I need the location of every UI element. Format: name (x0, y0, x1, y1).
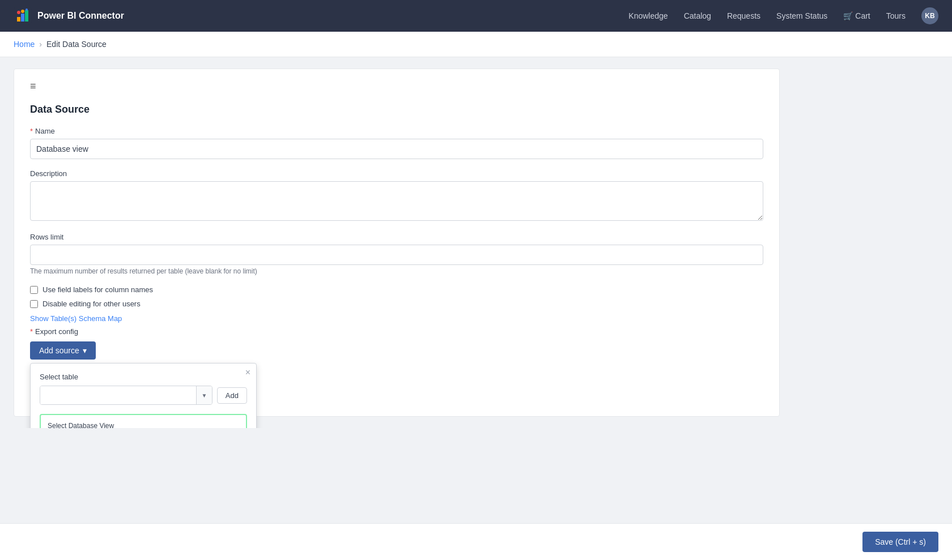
export-required-star: * (30, 327, 33, 336)
nav-item-cart[interactable]: 🛒 Cart (843, 11, 870, 20)
main-content: ≡ Data Source * Name Description Rows li… (0, 57, 793, 428)
rows-limit-label: Rows limit (30, 233, 763, 241)
popup-close-button[interactable]: × (245, 368, 250, 377)
description-input[interactable] (30, 181, 763, 221)
svg-rect-2 (21, 14, 24, 22)
description-group: Description (30, 169, 763, 223)
header-left: Power BI Connector (14, 7, 124, 25)
disable-editing-checkbox-group: Disable editing for other users (30, 300, 763, 308)
svg-point-4 (17, 11, 20, 14)
description-label: Description (30, 169, 763, 178)
app-title: Power BI Connector (37, 11, 124, 21)
field-labels-label[interactable]: Use field labels for column names (42, 285, 153, 294)
popup-select-table-arrow[interactable]: ▼ (196, 386, 212, 404)
name-group: * Name (30, 127, 763, 159)
disable-editing-checkbox[interactable] (30, 300, 38, 308)
popup-select-table-label: Select table (40, 373, 247, 381)
nav-item-catalog[interactable]: Catalog (684, 11, 711, 20)
svg-point-6 (26, 8, 28, 11)
nav-item-requests[interactable]: Requests (727, 11, 760, 20)
add-source-dropdown-arrow: ▾ (83, 346, 87, 355)
popup-db-view-label: Select Database View (48, 422, 239, 428)
nav-item-system-status[interactable]: System Status (776, 11, 827, 20)
name-required-star: * (30, 127, 33, 135)
add-source-wrapper: Add source ▾ × Select table ▼ Add Select (30, 341, 96, 360)
popup-select-table-input[interactable] (40, 386, 196, 404)
form-card: ≡ Data Source * Name Description Rows li… (14, 69, 780, 417)
nav-item-tours[interactable]: Tours (886, 11, 906, 20)
app-logo (14, 7, 32, 25)
user-avatar[interactable]: KB (921, 7, 938, 24)
add-source-popup: × Select table ▼ Add Select Database Vie… (30, 363, 257, 428)
breadcrumb-home[interactable]: Home (14, 40, 35, 49)
name-input[interactable] (30, 139, 763, 159)
add-source-button[interactable]: Add source ▾ (30, 341, 96, 360)
breadcrumb-bar: Home › Edit Data Source (0, 32, 952, 57)
cart-icon: 🛒 (843, 11, 853, 20)
header: Power BI Connector Knowledge Catalog Req… (0, 0, 952, 32)
popup-select-table-add-btn[interactable]: Add (217, 387, 247, 404)
nav-item-knowledge[interactable]: Knowledge (628, 11, 668, 20)
name-label: * Name (30, 127, 763, 135)
rows-limit-helper: The maximum number of results returned p… (30, 267, 763, 275)
header-nav: Knowledge Catalog Requests System Status… (628, 7, 938, 24)
rows-limit-group: Rows limit The maximum number of results… (30, 233, 763, 275)
popup-select-table-wrap: ▼ (40, 386, 212, 405)
svg-rect-3 (25, 10, 28, 22)
hamburger-icon[interactable]: ≡ (30, 80, 763, 92)
field-labels-checkbox[interactable] (30, 286, 38, 294)
field-labels-checkbox-group: Use field labels for column names (30, 285, 763, 294)
popup-db-view-section: Select Database View ▼ Add (40, 414, 247, 428)
disable-editing-label[interactable]: Disable editing for other users (42, 300, 141, 308)
popup-select-table-row: ▼ Add (40, 386, 247, 405)
svg-rect-1 (17, 17, 20, 22)
breadcrumb-current: Edit Data Source (46, 40, 107, 49)
svg-point-5 (21, 10, 24, 13)
section-title: Data Source (30, 104, 763, 116)
export-config-label: * Export config (30, 327, 763, 336)
schema-link[interactable]: Show Table(s) Schema Map (30, 314, 122, 323)
breadcrumb-separator: › (39, 40, 42, 49)
rows-limit-input[interactable] (30, 245, 763, 265)
